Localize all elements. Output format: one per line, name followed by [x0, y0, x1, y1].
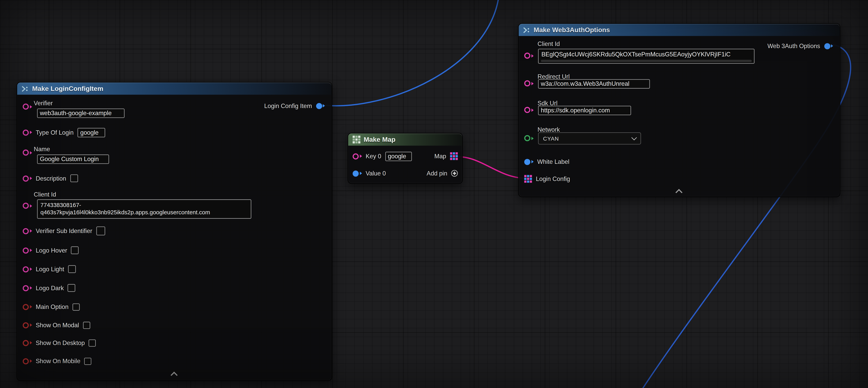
show-on-modal-pin[interactable]: [23, 322, 32, 328]
client-id-value: BEglQSgt4cUWcj6SKRdu5QkOXTsePmMcusG5EAoy…: [541, 51, 731, 58]
network-selected-value: CYAN: [543, 136, 559, 142]
add-pin-row[interactable]: Add pin: [427, 168, 458, 178]
name-pin[interactable]: [23, 149, 32, 155]
output-pin-label: Login Config Item: [264, 102, 312, 109]
white-label-pin[interactable]: [524, 159, 533, 165]
verifier-sub-identifier-label: Verifier Sub Identifier: [36, 228, 92, 234]
main-option-checkbox[interactable]: [72, 303, 80, 310]
redirect-url-pin[interactable]: [524, 80, 533, 86]
show-on-mobile-checkbox[interactable]: [84, 357, 92, 365]
blueprint-editor-viewport: Make LoginConfigItem Login Config Item V…: [0, 0, 868, 388]
output-row-login-config-item: Login Config Item: [264, 101, 325, 111]
logo-hover-row: Logo Hover: [23, 245, 79, 255]
add-pin-label: Add pin: [427, 170, 447, 177]
network-label: Network: [537, 126, 560, 133]
value0-pin[interactable]: [352, 170, 362, 176]
logo-light-pin[interactable]: [23, 266, 32, 272]
description-label: Description: [36, 175, 66, 182]
map-icon: [352, 136, 360, 143]
show-on-desktop-pin[interactable]: [23, 340, 32, 346]
login-config-label: Login Config: [536, 176, 570, 182]
sdk-url-pin[interactable]: [524, 107, 533, 113]
node-title: Make Web3AuthOptions: [534, 26, 610, 34]
client-id-pin[interactable]: [23, 203, 32, 209]
key0-pin[interactable]: [352, 153, 362, 159]
map-output-pin[interactable]: [450, 152, 458, 160]
sdk-url-label: Sdk Url: [537, 100, 557, 107]
login-config-row: Login Config: [524, 174, 570, 184]
verifier-pin[interactable]: [23, 103, 32, 110]
make-struct-icon: [22, 86, 29, 92]
client-id-input[interactable]: 774338308167-q463s7kpvja16l4l0kko3nb925i…: [37, 199, 251, 219]
main-option-label: Main Option: [36, 303, 69, 310]
sdk-url-input[interactable]: https://sdk.openlogin.com: [538, 106, 631, 115]
network-pin[interactable]: [524, 135, 533, 141]
node-make-web3auth-options[interactable]: Make Web3AuthOptions Web 3Auth Options C…: [518, 23, 840, 197]
node-title: Make LoginConfigItem: [32, 85, 103, 92]
type-of-login-input[interactable]: google: [78, 127, 105, 137]
key0-input[interactable]: google: [385, 151, 412, 161]
chevron-down-icon: [631, 135, 637, 140]
logo-hover-label: Logo Hover: [36, 247, 67, 254]
collapse-chevron-icon[interactable]: [172, 371, 177, 376]
wire-map-to-login-config[interactable]: [459, 157, 526, 178]
logo-light-input[interactable]: [68, 265, 76, 273]
web3auth-options-output-pin[interactable]: [824, 43, 833, 49]
verifier-label: Verifier: [34, 100, 53, 107]
network-dropdown[interactable]: CYAN: [538, 132, 641, 145]
map-output-row: Map: [434, 151, 458, 161]
map-output-label: Map: [434, 153, 446, 159]
verifier-sub-identifier-row: Verifier Sub Identifier: [23, 226, 105, 236]
verifier-input[interactable]: web3auth-google-example: [37, 109, 125, 118]
client-id-field[interactable]: BEglQSgt4cUWcj6SKRdu5QkOXTsePmMcusG5EAoy…: [538, 49, 754, 64]
client-id-scrollbar[interactable]: [541, 60, 752, 62]
node-header-make-login-config-item[interactable]: Make LoginConfigItem: [17, 82, 332, 95]
main-option-pin[interactable]: [23, 304, 32, 310]
node-header-make-web3auth-options[interactable]: Make Web3AuthOptions: [519, 24, 840, 36]
show-on-mobile-pin[interactable]: [23, 358, 32, 364]
redirect-url-label: Redirect Url: [537, 73, 569, 80]
show-on-desktop-row: Show On Desktop: [23, 338, 96, 348]
client-id-label: Client Id: [34, 191, 56, 198]
node-make-login-config-item[interactable]: Make LoginConfigItem Login Config Item V…: [17, 82, 332, 381]
type-of-login-row: Type Of Login google: [23, 127, 105, 138]
name-input[interactable]: Google Custom Login: [37, 155, 109, 164]
node-title: Make Map: [364, 136, 395, 143]
description-pin[interactable]: [23, 175, 32, 181]
show-on-desktop-label: Show On Desktop: [36, 339, 85, 346]
logo-dark-pin[interactable]: [23, 285, 32, 291]
description-input[interactable]: [70, 175, 78, 182]
name-label: Name: [34, 146, 50, 152]
client-id-pin[interactable]: [524, 53, 533, 59]
verifier-sub-identifier-input[interactable]: [96, 227, 105, 235]
key0-row: Key 0 google: [352, 151, 412, 161]
logo-hover-input[interactable]: [71, 246, 79, 254]
output-pin-label: Web 3Auth Options: [768, 42, 820, 49]
show-on-desktop-checkbox[interactable]: [89, 339, 96, 347]
value0-row: Value 0: [352, 168, 386, 178]
logo-light-label: Logo Light: [36, 266, 64, 272]
node-make-map[interactable]: Make Map Key 0 google Map Value 0 Add pi…: [348, 133, 463, 184]
logo-dark-label: Logo Dark: [36, 285, 64, 291]
login-config-pin[interactable]: [524, 175, 532, 183]
client-id-label: Client Id: [537, 40, 560, 47]
wire-login-config-item-output[interactable]: [324, 0, 499, 106]
logo-hover-pin[interactable]: [23, 247, 32, 253]
description-row: Description: [23, 173, 78, 183]
collapse-chevron-icon[interactable]: [676, 188, 682, 193]
make-struct-icon: [523, 27, 530, 33]
show-on-modal-row: Show On Modal: [23, 320, 90, 330]
type-of-login-label: Type Of Login: [36, 129, 73, 136]
verifier-sub-identifier-pin[interactable]: [23, 228, 32, 234]
type-of-login-pin[interactable]: [23, 129, 32, 136]
logo-light-row: Logo Light: [23, 264, 76, 274]
white-label-row: White Label: [524, 157, 569, 167]
node-header-make-map[interactable]: Make Map: [348, 133, 462, 146]
output-row-web3auth-options: Web 3Auth Options: [768, 41, 833, 51]
redirect-url-input[interactable]: w3a://com.w3a.Web3AuthUnreal: [538, 79, 650, 89]
show-on-modal-checkbox[interactable]: [83, 321, 90, 329]
login-config-item-output-pin[interactable]: [316, 103, 325, 109]
logo-dark-input[interactable]: [68, 284, 75, 292]
key0-label: Key 0: [366, 153, 381, 159]
add-pin-icon[interactable]: [451, 170, 458, 177]
